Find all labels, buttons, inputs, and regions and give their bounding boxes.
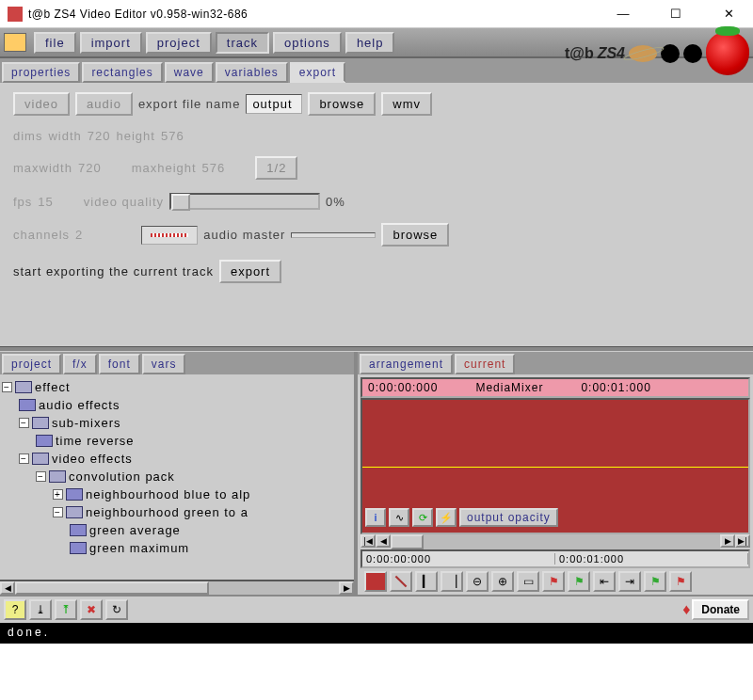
video-toggle[interactable]: video xyxy=(13,92,70,116)
scroll-start-icon[interactable]: |◀ xyxy=(360,534,376,548)
watermark: ⬇LO4D.com xyxy=(636,657,744,677)
tab-vars[interactable]: vars xyxy=(142,354,186,374)
info-icon[interactable]: i xyxy=(365,508,386,527)
split-icon[interactable]: ⇤ xyxy=(593,571,616,592)
scroll-right-icon[interactable]: ▶ xyxy=(720,534,735,548)
tab-project[interactable]: project xyxy=(2,354,61,374)
timeline-track[interactable]: i ∿ ⟳ ⚡ output opacity xyxy=(360,398,750,534)
tree-green-max[interactable]: green maximum xyxy=(89,541,189,555)
help-icon[interactable]: ? xyxy=(4,599,26,620)
tab-export[interactable]: export xyxy=(290,62,345,83)
browse-audio-button[interactable]: browse xyxy=(381,223,449,247)
fit-icon[interactable]: ▭ xyxy=(517,571,539,592)
menu-track[interactable]: track xyxy=(216,32,269,54)
mark-in-icon[interactable]: ▎ xyxy=(415,571,438,592)
tree-time-reverse[interactable]: time reverse xyxy=(56,434,135,448)
scroll-thumb[interactable] xyxy=(391,534,424,549)
loop-icon[interactable]: ⟳ xyxy=(412,508,433,527)
flag-green2-icon[interactable]: ⚑ xyxy=(644,571,666,592)
tab-fx[interactable]: f/x xyxy=(63,354,97,374)
menu-import[interactable]: import xyxy=(80,32,142,54)
tree-nb-blue[interactable]: neighbourhood blue to alp xyxy=(86,487,250,501)
export-icon[interactable]: ⤒ xyxy=(55,599,77,620)
menu-options[interactable]: options xyxy=(273,32,342,54)
expand-icon[interactable]: + xyxy=(53,489,63,500)
flash-icon[interactable]: ⚡ xyxy=(436,508,457,527)
expand-icon[interactable]: − xyxy=(19,453,29,464)
close-button[interactable]: ✕ xyxy=(712,1,745,27)
cut-icon[interactable] xyxy=(390,571,412,592)
format-button[interactable]: wmv xyxy=(381,92,432,116)
audio-preview xyxy=(141,226,198,245)
ratio-button[interactable]: 1/2 xyxy=(255,156,297,180)
tab-current[interactable]: current xyxy=(455,354,515,374)
flag-green-icon[interactable]: ⚑ xyxy=(568,571,590,592)
expand-icon[interactable]: − xyxy=(19,418,29,428)
logo-zs4: ZS4 xyxy=(598,45,625,62)
record-icon[interactable] xyxy=(364,571,387,592)
tab-arrangement[interactable]: arrangement xyxy=(360,354,453,374)
zoom-out-icon[interactable]: ⊖ xyxy=(466,571,489,592)
tab-rectangles[interactable]: rectangles xyxy=(82,62,162,83)
filename-field[interactable]: output xyxy=(246,94,302,114)
tab-properties[interactable]: properties xyxy=(2,62,80,83)
tab-font[interactable]: font xyxy=(99,354,140,374)
expand-icon[interactable]: − xyxy=(36,471,46,482)
split2-icon[interactable]: ⇥ xyxy=(618,571,641,592)
mark-out-icon[interactable]: ▕ xyxy=(441,571,463,592)
bottom-toolbar: ? ⤓ ⤒ ✖ ↻ ♦ Donate xyxy=(0,595,753,623)
tree-sub-mixers[interactable]: sub-mixers xyxy=(52,416,121,430)
expand-icon[interactable]: − xyxy=(53,507,63,517)
maximize-button[interactable]: ☐ xyxy=(659,1,693,27)
scroll-end-icon[interactable]: ▶| xyxy=(735,534,750,548)
output-opacity-button[interactable]: output opacity xyxy=(459,508,558,527)
timeline-h-scrollbar[interactable]: |◀ ◀ ▶ ▶| xyxy=(360,534,750,549)
dims-label: dims xyxy=(13,129,42,143)
donate-button[interactable]: Donate xyxy=(692,599,749,620)
flag-red2-icon[interactable]: ⚑ xyxy=(669,571,692,592)
export-button[interactable]: export xyxy=(219,260,281,283)
ruler-t0: 0:00:00:000 xyxy=(362,553,555,565)
expand-icon[interactable]: − xyxy=(2,382,12,392)
video-quality-value: 0% xyxy=(326,195,345,209)
flag-red-icon[interactable]: ⚑ xyxy=(542,571,565,592)
menu-help[interactable]: help xyxy=(345,32,395,54)
audio-toggle[interactable]: audio xyxy=(75,92,133,116)
wave-icon[interactable]: ∿ xyxy=(389,508,409,527)
video-quality-slider[interactable] xyxy=(169,193,320,210)
maxwidth-value: 720 xyxy=(78,161,102,175)
tab-variables[interactable]: variables xyxy=(216,62,288,83)
tree-green-avg[interactable]: green average xyxy=(89,523,181,537)
effect-tree[interactable]: −effect audio effects −sub-mixers time r… xyxy=(0,374,354,580)
faces-icon xyxy=(661,44,702,63)
audio-master-field[interactable] xyxy=(291,232,376,238)
maxheight-label: maxheight xyxy=(132,161,197,175)
video-quality-label: video quality xyxy=(84,195,164,209)
menu-file[interactable]: file xyxy=(34,32,76,54)
width-value: 720 xyxy=(88,129,111,143)
scroll-right-icon[interactable]: ▶ xyxy=(339,581,354,595)
menu-project[interactable]: project xyxy=(146,32,212,54)
scroll-left-icon[interactable]: ◀ xyxy=(0,581,15,595)
tree-convolution-pack[interactable]: convolution pack xyxy=(69,469,175,484)
minimize-button[interactable]: — xyxy=(606,1,640,27)
scroll-left-icon[interactable]: ◀ xyxy=(376,534,391,548)
refresh-icon[interactable]: ↻ xyxy=(105,599,128,620)
delete-icon[interactable]: ✖ xyxy=(80,599,103,620)
tab-wave[interactable]: wave xyxy=(165,62,214,83)
zoom-in-icon[interactable]: ⊕ xyxy=(491,571,514,592)
height-value: 576 xyxy=(161,129,184,143)
scroll-thumb[interactable] xyxy=(15,581,209,595)
fps-label: fps xyxy=(13,195,32,209)
tree-h-scrollbar[interactable]: ◀ ▶ xyxy=(0,580,354,595)
tree-nb-green[interactable]: neighbourhood green to a xyxy=(86,505,248,519)
folder-icon[interactable] xyxy=(4,33,26,52)
timeline-pane: arrangement current 0:00:00:000 MediaMix… xyxy=(358,352,753,595)
tree-effect[interactable]: effect xyxy=(35,380,71,394)
tree-video-effects[interactable]: video effects xyxy=(52,452,133,466)
fps-value: 15 xyxy=(38,195,53,209)
maxwidth-label: maxwidth xyxy=(13,161,72,175)
browse-button[interactable]: browse xyxy=(308,92,376,116)
import-icon[interactable]: ⤓ xyxy=(29,599,52,620)
tree-audio-effects[interactable]: audio effects xyxy=(39,398,120,412)
